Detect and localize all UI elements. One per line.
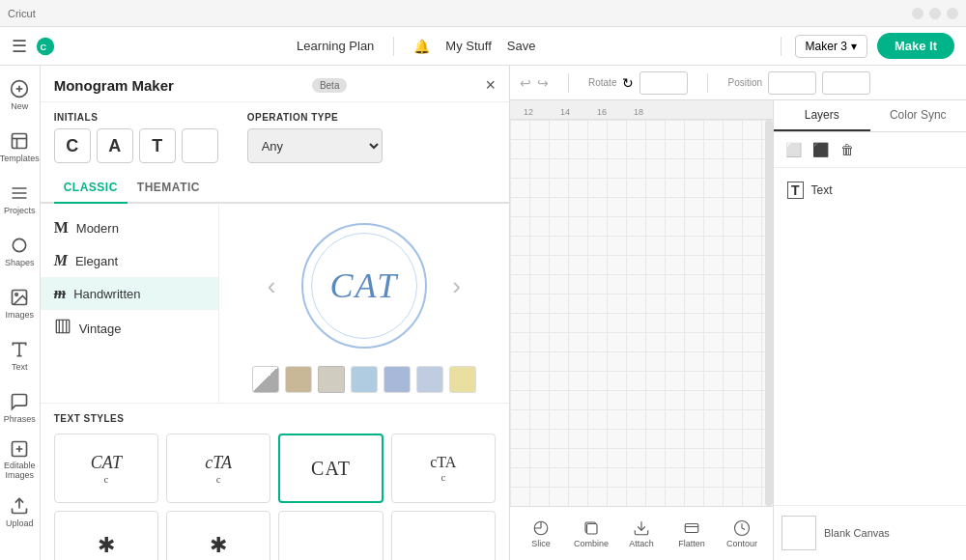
bottom-action-contour[interactable]: Contour — [721, 519, 763, 548]
projects-icon — [10, 183, 29, 203]
swatch-blue[interactable] — [416, 366, 443, 393]
monogram-inner-circle: CAT — [311, 233, 417, 339]
initials-inputs — [54, 128, 218, 163]
layer-duplicate-btn[interactable]: ⬜ — [781, 138, 805, 161]
next-style-button[interactable]: › — [452, 271, 461, 301]
maximize-btn[interactable] — [929, 8, 941, 19]
ruler-mark-16: 16 — [583, 107, 620, 117]
layer-text-icon: T — [787, 182, 804, 199]
rotate-input[interactable] — [639, 71, 688, 95]
style-icon-elegant: M — [54, 252, 68, 269]
style-item-handwritten[interactable]: m Handwritten — [41, 277, 218, 310]
bottom-action-combine[interactable]: Combine — [570, 519, 612, 548]
monogram-preview-text: CAT — [330, 266, 399, 306]
sidebar-item-new[interactable]: New — [1, 70, 38, 120]
rotate-cw-button[interactable]: ↻ — [622, 75, 634, 91]
undo-redo-group: ↩ ↪ — [520, 75, 549, 91]
bottom-action-flatten[interactable]: Flatten — [670, 519, 713, 548]
swatch-lightblue[interactable] — [351, 366, 378, 393]
app-wrapper: Cricut ☰ C Learning Plan 🔔 My Stuff Save… — [0, 0, 966, 560]
layers-tab-colorsync[interactable]: Color Sync — [870, 100, 967, 131]
style-tabs: CLASSIC THEMATIC — [41, 173, 509, 204]
swatch-tan[interactable] — [285, 366, 312, 393]
style-item-elegant[interactable]: M Elegant — [41, 244, 218, 277]
topbar-center: Learning Plan 🔔 My Stuff Save — [297, 37, 535, 56]
initial-extra-input[interactable] — [182, 128, 218, 163]
tab-classic[interactable]: CLASSIC — [54, 173, 128, 204]
ruler-mark-14: 14 — [547, 107, 583, 117]
canvas-toolbar: ↩ ↪ Rotate ↻ Position — [510, 66, 966, 100]
prev-style-button[interactable]: ‹ — [268, 271, 276, 301]
text-style-3[interactable]: CAT — [278, 434, 383, 503]
position-label: Position — [727, 77, 762, 88]
sidebar-item-phrases[interactable]: Phrases — [1, 382, 38, 433]
tab-thematic[interactable]: THEMATIC — [128, 173, 210, 204]
text-style-4[interactable]: cTA c — [391, 434, 496, 503]
position-x-input[interactable] — [768, 71, 816, 95]
my-stuff-link[interactable]: My Stuff — [445, 39, 491, 53]
window-title: Cricut — [8, 8, 36, 19]
panel-close-button[interactable]: × — [485, 75, 496, 96]
style-label-vintage: Vintage — [79, 322, 122, 336]
text-style-1[interactable]: CAT c — [54, 434, 158, 503]
sidebar-item-upload[interactable]: Upload — [1, 487, 38, 537]
vertical-scrollbar[interactable] — [765, 120, 773, 506]
position-group: Position — [727, 71, 870, 95]
blank-canvas-label: Blank Canvas — [824, 527, 890, 539]
style-label-modern: Modern — [76, 221, 119, 236]
undo-button[interactable]: ↩ — [520, 75, 531, 91]
sidebar-item-templates[interactable]: Templates — [1, 122, 38, 172]
swatch-gray[interactable] — [318, 366, 345, 393]
combine-icon — [582, 519, 600, 537]
layer-item-text[interactable]: T Text — [783, 178, 956, 203]
initial-first-input[interactable] — [54, 128, 91, 163]
initial-middle-input[interactable] — [97, 128, 133, 163]
text-styles-section: TEXT STYLES CAT c cTA c CAT cT — [41, 403, 509, 560]
chevron-down-icon: ▾ — [851, 40, 857, 53]
ts2-text: cTA — [205, 453, 232, 473]
sidebar-item-projects[interactable]: Projects — [1, 174, 38, 224]
operation-group: OPERATION TYPE Any Cut Draw Score — [247, 112, 383, 163]
text-style-7[interactable] — [278, 511, 383, 560]
bottom-action-attach[interactable]: Attach — [620, 519, 663, 548]
position-y-input[interactable] — [822, 71, 870, 95]
layer-group-btn[interactable]: ⬛ — [809, 138, 832, 161]
notif-icon[interactable]: 🔔 — [413, 39, 430, 54]
monogram-panel: Monogram Maker Beta × INITIALS OPERATION — [41, 66, 510, 560]
swatch-diagonal[interactable] — [252, 366, 279, 393]
style-item-modern[interactable]: M Modern — [41, 211, 218, 244]
ts1-text: CAT — [91, 453, 122, 473]
maker3-button[interactable]: Maker 3 ▾ — [795, 35, 867, 58]
close-btn[interactable] — [947, 8, 958, 19]
toolbar-divider1 — [568, 73, 569, 93]
text-icon — [10, 340, 29, 359]
bottom-action-slice[interactable]: Slice — [520, 519, 562, 548]
sidebar-item-editable-images[interactable]: Editable Images — [1, 434, 38, 485]
initial-last-input[interactable] — [139, 128, 176, 163]
sidebar-icons: New Templates Projects Shapes Images Tex… — [0, 66, 41, 560]
menu-icon[interactable]: ☰ — [12, 36, 27, 57]
save-link[interactable]: Save — [507, 39, 536, 53]
sidebar-item-text[interactable]: Text — [1, 330, 38, 380]
text-style-5[interactable]: ✱ — [54, 511, 158, 560]
topbar-left: ☰ C — [12, 36, 56, 57]
text-style-2[interactable]: cTA c — [166, 434, 270, 503]
swatch-yellow[interactable] — [449, 366, 476, 393]
ts4-sub: c — [440, 471, 445, 483]
text-style-8[interactable] — [391, 511, 496, 560]
sidebar-item-shapes[interactable]: Shapes — [1, 226, 38, 276]
layers-tab-layers[interactable]: Layers — [774, 100, 870, 131]
redo-button[interactable]: ↪ — [537, 75, 549, 91]
sidebar-item-images[interactable]: Images — [1, 278, 38, 328]
style-label-elegant: Elegant — [75, 254, 118, 268]
minimize-btn[interactable] — [912, 8, 923, 19]
text-style-6[interactable]: ✱ — [166, 511, 270, 560]
learning-plan-link[interactable]: Learning Plan — [297, 39, 374, 53]
make-it-button[interactable]: Make It — [877, 33, 954, 59]
swatch-periwinkle[interactable] — [384, 366, 411, 393]
style-icon-handwritten: m — [54, 285, 66, 302]
layer-delete-btn[interactable]: 🗑 — [836, 138, 859, 161]
operation-select[interactable]: Any Cut Draw Score — [247, 128, 383, 163]
style-item-vintage[interactable]: Vintage — [41, 310, 218, 347]
style-icon-modern: M — [54, 219, 69, 237]
